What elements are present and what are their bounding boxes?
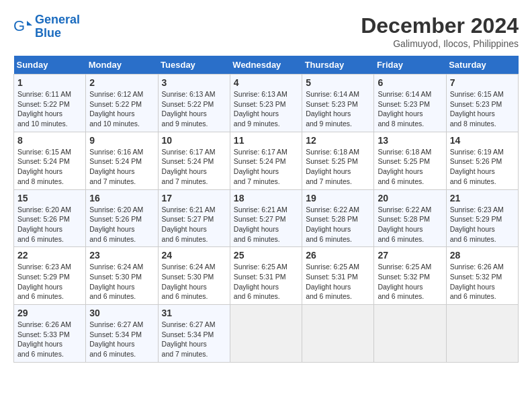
svg-text:G: G <box>13 17 25 34</box>
calendar-cell: 25 Sunrise: 6:25 AM Sunset: 5:31 PM Dayl… <box>230 247 302 305</box>
day-number: 28 <box>450 250 515 261</box>
calendar-cell: 30 Sunrise: 6:27 AM Sunset: 5:34 PM Dayl… <box>86 305 158 363</box>
calendar-cell: 19 Sunrise: 6:22 AM Sunset: 5:28 PM Dayl… <box>302 189 374 247</box>
calendar-cell: 20 Sunrise: 6:22 AM Sunset: 5:28 PM Dayl… <box>374 189 446 247</box>
day-info: Sunrise: 6:15 AM Sunset: 5:24 PM Dayligh… <box>17 147 82 187</box>
calendar-week-3: 15 Sunrise: 6:20 AM Sunset: 5:26 PM Dayl… <box>14 189 519 247</box>
calendar-cell <box>230 305 302 363</box>
day-number: 25 <box>234 250 298 261</box>
day-number: 13 <box>378 135 442 146</box>
day-info: Sunrise: 6:25 AM Sunset: 5:31 PM Dayligh… <box>306 262 370 302</box>
day-info: Sunrise: 6:11 AM Sunset: 5:22 PM Dayligh… <box>17 89 82 129</box>
logo-line2: Blue <box>35 26 61 40</box>
logo-text: General Blue <box>35 13 80 40</box>
header-wednesday: Wednesday <box>230 56 302 75</box>
day-number: 9 <box>89 135 154 146</box>
location: Galimuyod, Ilocos, Philippines <box>361 38 519 49</box>
calendar-cell: 24 Sunrise: 6:24 AM Sunset: 5:30 PM Dayl… <box>158 247 230 305</box>
header-sunday: Sunday <box>14 56 86 75</box>
day-number: 31 <box>162 308 226 318</box>
calendar-cell <box>302 305 374 363</box>
calendar-cell: 2 Sunrise: 6:12 AM Sunset: 5:22 PM Dayli… <box>86 75 158 132</box>
day-info: Sunrise: 6:22 AM Sunset: 5:28 PM Dayligh… <box>306 205 370 244</box>
day-number: 19 <box>306 193 370 203</box>
day-info: Sunrise: 6:20 AM Sunset: 5:26 PM Dayligh… <box>89 205 154 244</box>
calendar-cell: 13 Sunrise: 6:18 AM Sunset: 5:25 PM Dayl… <box>374 132 446 189</box>
calendar-cell: 28 Sunrise: 6:26 AM Sunset: 5:32 PM Dayl… <box>446 247 518 305</box>
logo-icon: G <box>13 17 32 36</box>
day-info: Sunrise: 6:17 AM Sunset: 5:24 PM Dayligh… <box>234 147 298 187</box>
day-info: Sunrise: 6:16 AM Sunset: 5:24 PM Dayligh… <box>89 147 154 187</box>
day-number: 27 <box>378 250 442 261</box>
calendar-cell: 1 Sunrise: 6:11 AM Sunset: 5:22 PM Dayli… <box>14 75 86 132</box>
calendar-cell: 26 Sunrise: 6:25 AM Sunset: 5:31 PM Dayl… <box>302 247 374 305</box>
day-info: Sunrise: 6:13 AM Sunset: 5:23 PM Dayligh… <box>234 89 298 129</box>
day-number: 23 <box>89 250 154 261</box>
day-info: Sunrise: 6:23 AM Sunset: 5:29 PM Dayligh… <box>450 205 515 244</box>
day-info: Sunrise: 6:27 AM Sunset: 5:34 PM Dayligh… <box>89 320 154 359</box>
day-number: 5 <box>306 77 370 88</box>
calendar-cell: 10 Sunrise: 6:17 AM Sunset: 5:24 PM Dayl… <box>158 132 230 189</box>
day-number: 7 <box>450 77 515 88</box>
day-number: 20 <box>378 193 442 203</box>
day-info: Sunrise: 6:26 AM Sunset: 5:33 PM Dayligh… <box>17 320 82 359</box>
header-friday: Friday <box>374 56 446 75</box>
calendar-cell: 3 Sunrise: 6:13 AM Sunset: 5:22 PM Dayli… <box>158 75 230 132</box>
calendar-cell: 29 Sunrise: 6:26 AM Sunset: 5:33 PM Dayl… <box>14 305 86 363</box>
header-monday: Monday <box>86 56 158 75</box>
header-thursday: Thursday <box>302 56 374 75</box>
calendar-week-2: 8 Sunrise: 6:15 AM Sunset: 5:24 PM Dayli… <box>14 132 519 189</box>
calendar-cell: 9 Sunrise: 6:16 AM Sunset: 5:24 PM Dayli… <box>86 132 158 189</box>
day-info: Sunrise: 6:26 AM Sunset: 5:32 PM Dayligh… <box>450 262 515 302</box>
calendar-header-row: SundayMondayTuesdayWednesdayThursdayFrid… <box>14 56 519 75</box>
title-block: December 2024 Galimuyod, Ilocos, Philipp… <box>361 13 519 49</box>
day-number: 30 <box>89 308 154 318</box>
day-info: Sunrise: 6:14 AM Sunset: 5:23 PM Dayligh… <box>306 89 370 129</box>
calendar-cell: 23 Sunrise: 6:24 AM Sunset: 5:30 PM Dayl… <box>86 247 158 305</box>
day-info: Sunrise: 6:23 AM Sunset: 5:29 PM Dayligh… <box>17 262 82 302</box>
calendar-cell: 22 Sunrise: 6:23 AM Sunset: 5:29 PM Dayl… <box>14 247 86 305</box>
calendar-cell: 27 Sunrise: 6:25 AM Sunset: 5:32 PM Dayl… <box>374 247 446 305</box>
calendar-cell: 15 Sunrise: 6:20 AM Sunset: 5:26 PM Dayl… <box>14 189 86 247</box>
calendar-week-1: 1 Sunrise: 6:11 AM Sunset: 5:22 PM Dayli… <box>14 75 519 132</box>
day-info: Sunrise: 6:14 AM Sunset: 5:23 PM Dayligh… <box>378 89 442 129</box>
svg-marker-1 <box>27 21 32 26</box>
day-info: Sunrise: 6:25 AM Sunset: 5:32 PM Dayligh… <box>378 262 442 302</box>
day-info: Sunrise: 6:18 AM Sunset: 5:25 PM Dayligh… <box>378 147 442 187</box>
day-number: 21 <box>450 193 515 203</box>
calendar-cell: 8 Sunrise: 6:15 AM Sunset: 5:24 PM Dayli… <box>14 132 86 189</box>
day-info: Sunrise: 6:24 AM Sunset: 5:30 PM Dayligh… <box>162 262 226 302</box>
calendar-cell: 31 Sunrise: 6:27 AM Sunset: 5:34 PM Dayl… <box>158 305 230 363</box>
day-number: 14 <box>450 135 515 146</box>
day-info: Sunrise: 6:21 AM Sunset: 5:27 PM Dayligh… <box>234 205 298 244</box>
day-number: 18 <box>234 193 298 203</box>
day-number: 1 <box>17 77 82 88</box>
calendar-cell: 21 Sunrise: 6:23 AM Sunset: 5:29 PM Dayl… <box>446 189 518 247</box>
calendar-cell: 5 Sunrise: 6:14 AM Sunset: 5:23 PM Dayli… <box>302 75 374 132</box>
day-info: Sunrise: 6:12 AM Sunset: 5:22 PM Dayligh… <box>89 89 154 129</box>
logo: G General Blue <box>13 13 80 40</box>
calendar-cell: 11 Sunrise: 6:17 AM Sunset: 5:24 PM Dayl… <box>230 132 302 189</box>
logo-line1: General <box>35 13 80 26</box>
calendar-cell: 18 Sunrise: 6:21 AM Sunset: 5:27 PM Dayl… <box>230 189 302 247</box>
day-number: 29 <box>17 308 82 318</box>
day-info: Sunrise: 6:21 AM Sunset: 5:27 PM Dayligh… <box>162 205 226 244</box>
day-number: 3 <box>162 77 226 88</box>
day-info: Sunrise: 6:15 AM Sunset: 5:23 PM Dayligh… <box>450 89 515 129</box>
day-number: 8 <box>17 135 82 146</box>
calendar-cell: 6 Sunrise: 6:14 AM Sunset: 5:23 PM Dayli… <box>374 75 446 132</box>
day-info: Sunrise: 6:17 AM Sunset: 5:24 PM Dayligh… <box>162 147 226 187</box>
day-info: Sunrise: 6:19 AM Sunset: 5:26 PM Dayligh… <box>450 147 515 187</box>
day-number: 17 <box>162 193 226 203</box>
calendar-week-4: 22 Sunrise: 6:23 AM Sunset: 5:29 PM Dayl… <box>14 247 519 305</box>
calendar-week-5: 29 Sunrise: 6:26 AM Sunset: 5:33 PM Dayl… <box>14 305 519 363</box>
day-number: 11 <box>234 135 298 146</box>
month-title: December 2024 <box>361 13 519 38</box>
day-number: 22 <box>17 250 82 261</box>
day-info: Sunrise: 6:20 AM Sunset: 5:26 PM Dayligh… <box>17 205 82 244</box>
calendar-cell: 4 Sunrise: 6:13 AM Sunset: 5:23 PM Dayli… <box>230 75 302 132</box>
day-number: 26 <box>306 250 370 261</box>
day-info: Sunrise: 6:25 AM Sunset: 5:31 PM Dayligh… <box>234 262 298 302</box>
day-number: 2 <box>89 77 154 88</box>
calendar-cell: 7 Sunrise: 6:15 AM Sunset: 5:23 PM Dayli… <box>446 75 518 132</box>
